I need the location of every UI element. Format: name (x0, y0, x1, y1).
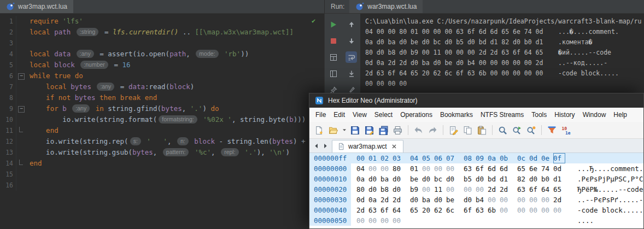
fold-collapse-icon[interactable] (16, 71, 25, 81)
hexeditor-title-bar[interactable]: Hex Editor Neo (Administrator) (309, 93, 643, 108)
menu-window[interactable]: Window (579, 111, 610, 119)
hex-byte[interactable]: 00 (500, 195, 512, 205)
hex-byte[interactable]: 63 (464, 163, 476, 174)
code-line[interactable]: 3 (0, 38, 324, 49)
menu-bookmarks[interactable]: Bookmarks (436, 111, 477, 119)
hex-byte[interactable]: 65 (517, 163, 529, 174)
code-line[interactable]: 11 end (0, 125, 324, 136)
hex-byte[interactable]: 2d (553, 195, 565, 205)
code-line[interactable]: 12 io.write(string.rep(s: ' ', n: block … (0, 136, 324, 147)
hex-byte[interactable]: d1 (553, 174, 565, 184)
menu-ntfs-streams[interactable]: NTFS Streams (477, 111, 528, 119)
editor-tab-war3map-wct-lua[interactable]: war3map.wct.lua (0, 0, 73, 13)
hex-byte[interactable]: 00 (500, 205, 512, 215)
stop-button[interactable] (328, 35, 339, 46)
hex-byte[interactable]: ba (380, 174, 393, 184)
hex-byte[interactable]: 00 (446, 184, 458, 195)
edit-icon[interactable] (448, 125, 459, 136)
hex-byte[interactable]: d0 (368, 184, 380, 195)
hex-byte[interactable]: d0 (464, 195, 476, 205)
undo-icon[interactable] (413, 125, 424, 136)
hex-byte[interactable]: 2d (393, 195, 405, 205)
hex-byte[interactable]: 74 (541, 163, 553, 174)
find-all-icon[interactable] (525, 125, 537, 136)
hex-byte[interactable]: 00 (464, 184, 476, 195)
code-line[interactable]: 15 (0, 169, 324, 180)
hex-byte[interactable]: b4 (476, 195, 488, 205)
hex-byte[interactable]: 6c (446, 205, 458, 215)
hex-byte[interactable]: 00 (422, 163, 434, 174)
hex-byte[interactable]: 04 (356, 163, 368, 174)
code-editor[interactable]: 1require 'lfs'2local path :string = lfs.… (0, 14, 324, 229)
hex-byte[interactable]: 65 (553, 184, 565, 195)
hex-byte[interactable]: 2d (488, 184, 500, 195)
hex-byte[interactable]: 00 (368, 163, 380, 174)
hex-byte[interactable]: 11 (434, 184, 446, 195)
find-next-icon[interactable] (511, 125, 523, 136)
hex-byte[interactable]: 6f (529, 184, 541, 195)
hex-byte[interactable]: 0a (368, 195, 380, 205)
hex-byte[interactable]: bc (434, 174, 446, 184)
hex-byte[interactable]: 6f (464, 205, 476, 215)
hex-byte[interactable]: d0 (368, 174, 380, 184)
hex-row[interactable]: 000000300d0a2d2dd0bad0bed0b400000000002d… (309, 195, 643, 205)
code-line[interactable]: 14end (0, 158, 324, 169)
hex-byte[interactable]: 2d (500, 184, 512, 195)
save-all-icon[interactable] (378, 125, 389, 136)
hex-byte[interactable]: 64 (393, 205, 405, 215)
code-line[interactable]: 4local data :any = assert(io.open(path, … (0, 49, 324, 60)
hex-byte[interactable]: d1 (500, 174, 512, 184)
hex-row[interactable]: 0000005000000000.... (309, 215, 643, 226)
rerun-button[interactable] (328, 19, 339, 30)
hex-byte[interactable]: d0 (476, 174, 488, 184)
save-as-icon[interactable] (364, 125, 375, 136)
hex-byte[interactable]: d0 (393, 174, 405, 184)
close-tab-icon[interactable] (390, 143, 398, 150)
menu-edit[interactable]: Edit (330, 111, 349, 119)
fold-collapse-icon[interactable] (16, 103, 25, 114)
hex-byte[interactable]: d0 (434, 195, 446, 205)
code-line[interactable]: 16 (0, 180, 324, 191)
run-tab-war3map-wct-lua[interactable]: war3map.wct.lua (349, 0, 423, 13)
code-line[interactable]: 9 for b :any in string.gfind(bytes, '.')… (0, 103, 324, 114)
hex-byte[interactable]: 6d (488, 163, 500, 174)
menu-tools[interactable]: Tools (528, 111, 551, 119)
menu-operations[interactable]: Operations (396, 111, 436, 119)
code-line[interactable]: 13 io.write(string.gsub(bytes, pattern: … (0, 147, 324, 158)
hex-byte[interactable]: d0 (446, 174, 458, 184)
copy-icon[interactable] (462, 125, 473, 136)
print-icon[interactable] (392, 125, 403, 136)
open-dropdown-icon[interactable] (342, 125, 347, 136)
hex-byte[interactable]: 00 (368, 215, 380, 226)
hex-byte[interactable]: 00 (541, 205, 553, 215)
hex-byte[interactable]: 00 (529, 205, 541, 215)
hex-row[interactable]: 000000402d636f646520626c6f636b0000000000… (309, 205, 643, 215)
hex-byte[interactable]: b5 (464, 174, 476, 184)
restore-layout-button[interactable] (328, 51, 339, 63)
code-line[interactable]: 2local path :string = lfs.currentdir() .… (0, 27, 324, 38)
hex-byte[interactable]: d0 (422, 174, 434, 184)
hex-byte[interactable]: 00 (517, 205, 529, 215)
hex-byte[interactable]: 00 (434, 163, 446, 174)
inspections-ok-icon[interactable] (312, 15, 319, 23)
menu-history[interactable]: History (551, 111, 578, 119)
hex-byte[interactable]: 2d (356, 205, 368, 215)
code-line[interactable]: 10 io.write(string.format(formatstring: … (0, 114, 324, 125)
hex-byte[interactable]: 6b (488, 205, 500, 215)
hex-row[interactable]: 0000002080d0b8d0b900110000002d2d636f6465… (309, 184, 643, 195)
hex-byte[interactable]: 01 (410, 163, 422, 174)
hex-byte[interactable]: be (446, 195, 458, 205)
menu-help[interactable]: Help (610, 111, 631, 119)
hex-byte[interactable]: 80 (393, 163, 405, 174)
new-file-icon[interactable] (313, 125, 325, 136)
hex-byte[interactable]: 00 (517, 195, 529, 205)
code-line[interactable]: 5local block :number = 16 (0, 60, 324, 71)
scroll-to-end-button[interactable] (346, 68, 357, 79)
paste-icon[interactable] (476, 125, 488, 136)
hex-byte[interactable]: 2d (380, 195, 393, 205)
hex-byte[interactable]: 00 (529, 195, 541, 205)
hex-byte[interactable]: 63 (517, 184, 529, 195)
hex-grid[interactable]: 000000ff 000102030405060708090a0b0c0d0e0… (309, 153, 643, 228)
hex-byte[interactable]: 0a (356, 174, 368, 184)
hex-byte[interactable]: 6f (380, 205, 393, 215)
